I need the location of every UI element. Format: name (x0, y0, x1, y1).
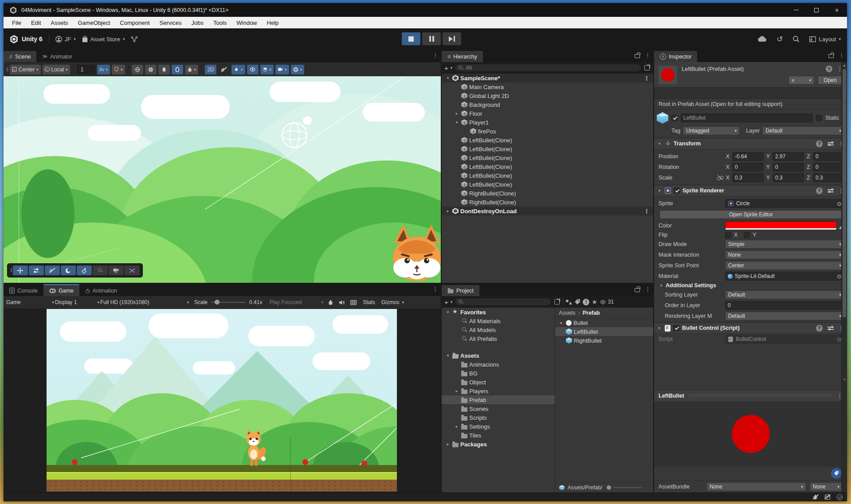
add-object-button[interactable]: + (444, 65, 448, 71)
asset-thumbnail[interactable] (659, 66, 677, 84)
project-menu-kebab[interactable]: ⋮ (645, 286, 651, 292)
grid-snap-button[interactable]: #Y▾ (97, 65, 110, 74)
overlay-light-tool[interactable] (61, 266, 76, 275)
tab-console[interactable]: Console (4, 285, 43, 296)
sprite-sort-point-dropdown[interactable]: Center▾ (725, 261, 844, 270)
game-display-mode-dropdown[interactable]: Game▾ (6, 299, 54, 305)
bullet-control-header[interactable]: ▾ Bullet Control (Script) ?⋮ (654, 322, 847, 334)
game-menu-kebab[interactable]: ⋮ (432, 286, 438, 292)
step-button[interactable] (443, 32, 461, 45)
project-tree-row[interactable]: All Prefabs (442, 334, 555, 343)
menu-item[interactable]: Edit (26, 20, 46, 26)
filter-by-type-icon[interactable] (565, 299, 572, 305)
breadcrumb-current[interactable]: Prefab (583, 310, 600, 316)
scene-menu-kebab[interactable]: ⋮ (432, 52, 438, 58)
scene-gizmo-dropdown[interactable]: ▾ (291, 65, 305, 74)
project-tree-row[interactable]: All Models (442, 325, 555, 334)
undo-history-icon[interactable]: ↺ (776, 35, 783, 44)
play-focused-dropdown[interactable]: Play Focused▾ (269, 299, 323, 305)
sprite-renderer-header[interactable]: ▾ Sprite Renderer ?⋮ (654, 185, 847, 196)
flip-y-checkbox[interactable] (744, 232, 750, 238)
project-file-row[interactable]: ▸ Bullet (555, 318, 653, 327)
scrollbar-thumb[interactable] (843, 69, 846, 317)
cloud-icon[interactable] (757, 36, 767, 42)
add-object-caret[interactable]: ▾ (451, 66, 453, 70)
hierarchy-menu-kebab[interactable]: ⋮ (645, 52, 651, 58)
stats-button[interactable]: Stats (363, 299, 375, 305)
scale-y-field[interactable]: 0.3 (773, 173, 804, 182)
minimize-button[interactable] (786, 3, 806, 17)
menu-item[interactable]: Window (231, 20, 262, 26)
project-tree-row[interactable]: ▸ Packages (442, 440, 555, 449)
console-errors-icon[interactable] (812, 494, 818, 500)
rotation-x-field[interactable]: 0 (732, 163, 764, 172)
assetbundle-variant-dropdown[interactable]: None▾ (810, 482, 843, 491)
hierarchy-row[interactable]: LeftBullet(Clone) (442, 153, 653, 162)
asset-picker-icon[interactable] (553, 299, 561, 305)
sorting-layer-dropdown[interactable]: Default▾ (725, 290, 844, 299)
sprite-object-field[interactable]: Circle⊙ (725, 199, 844, 208)
2d-mode-button[interactable]: 2D (205, 65, 216, 74)
hierarchy-row[interactable]: Background (442, 100, 653, 109)
project-tree-row[interactable]: BG (442, 369, 555, 378)
hierarchy-row[interactable]: Main Camera (442, 82, 653, 91)
maximize-button[interactable] (806, 3, 827, 17)
overlay-particles-tool[interactable] (77, 266, 92, 275)
preview-drag-lines[interactable] (689, 395, 832, 397)
tab-scene[interactable]: #Scene (4, 51, 36, 62)
presets-icon[interactable] (827, 325, 834, 331)
script-object-field[interactable]: BulletControl⊙ (725, 335, 844, 344)
project-search-input[interactable] (455, 298, 551, 306)
scale-slider[interactable] (211, 302, 246, 303)
lock-icon[interactable] (635, 286, 639, 292)
inspector-scrollbar[interactable]: ▲ ▼ (841, 62, 847, 492)
asset-store-menu[interactable]: Asset Store▾ (82, 36, 125, 43)
inspector-menu-kebab[interactable]: ⋮ (839, 52, 844, 58)
favorites-star-icon[interactable]: ★ (592, 298, 597, 305)
hierarchy-row[interactable]: ▾ SampleScene* ⋮ (442, 74, 653, 82)
hierarchy-row[interactable]: firePos (442, 127, 653, 136)
mute-audio-icon[interactable] (339, 300, 345, 305)
overlay-shuffle-tool[interactable] (125, 266, 140, 275)
scene-viewport[interactable]: ‖ # (4, 76, 441, 283)
tool-handle-rotation-dropdown[interactable]: Local▾ (43, 65, 70, 74)
mask-interaction-dropdown[interactable]: None▾ (725, 250, 844, 259)
menu-item[interactable]: Jobs (186, 20, 208, 26)
menu-item[interactable]: Help (262, 20, 284, 26)
breadcrumb-root[interactable]: Assets (559, 310, 576, 316)
resolution-dropdown[interactable]: Full HD (1920x1080)▾ (100, 299, 189, 305)
game-viewport[interactable] (4, 309, 441, 492)
position-x-field[interactable]: -0.64 (732, 152, 764, 161)
rotation-z-field[interactable]: 0 (813, 163, 844, 172)
hierarchy-row[interactable]: LeftBullet(Clone) (442, 162, 653, 171)
constrain-proportions-icon[interactable] (717, 175, 723, 180)
open-prefab-button[interactable]: Open (818, 76, 843, 85)
hierarchy-row[interactable]: RightBullet(Clone) (442, 198, 653, 207)
assetbundle-dropdown[interactable]: None▾ (706, 482, 806, 491)
color-swatch[interactable] (725, 221, 837, 230)
thumbnail-zoom-thumb[interactable] (607, 485, 611, 490)
asset-label-badge[interactable] (831, 468, 842, 479)
pause-button[interactable] (422, 32, 441, 45)
gizmos-dropdown[interactable]: Gizmos▾ (381, 299, 404, 305)
rotation-y-field[interactable]: 0 (773, 163, 804, 172)
lock-icon[interactable] (828, 52, 833, 58)
search-icon[interactable] (792, 35, 800, 43)
tool-handle-position-dropdown[interactable]: Center▾ (10, 65, 41, 74)
hierarchy-row[interactable]: LeftBullet(Clone) (442, 145, 653, 153)
account-menu[interactable]: JF▾ (55, 36, 76, 43)
scene-picker-icon[interactable] (643, 65, 651, 71)
position-z-field[interactable]: 0 (813, 152, 844, 161)
project-tree-row[interactable]: Object (442, 378, 555, 387)
play-stop-button[interactable] (402, 32, 420, 45)
hidden-packages-icon[interactable]: ! (583, 299, 589, 305)
overlay-grid-tool[interactable]: # (45, 266, 60, 275)
vsync-grid-icon[interactable] (350, 300, 357, 305)
activity-check-icon[interactable] (837, 494, 843, 500)
shadows-toggle-button[interactable] (158, 65, 170, 74)
help-icon[interactable]: ? (826, 66, 832, 72)
scale-slider-thumb[interactable] (215, 300, 220, 305)
order-in-layer-field[interactable]: 0 (725, 301, 844, 310)
overlay-properties-tool[interactable] (29, 266, 44, 275)
create-asset-button[interactable]: + (444, 299, 448, 305)
